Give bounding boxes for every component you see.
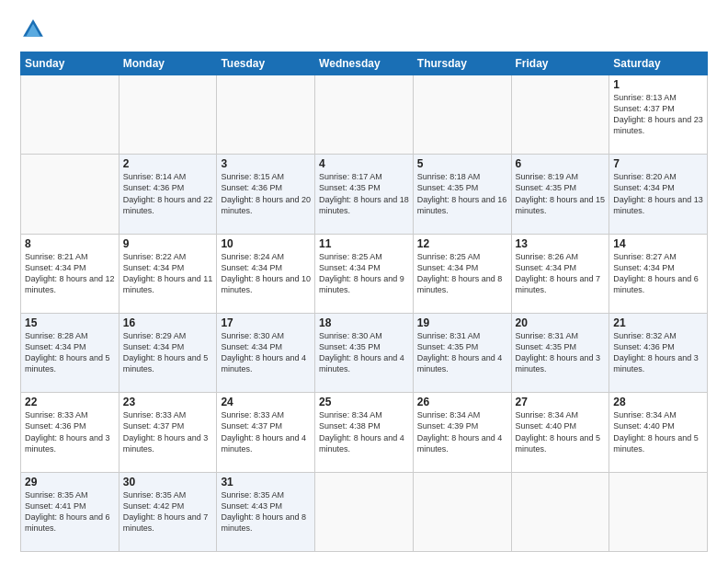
calendar-cell: 3Sunrise: 8:15 AMSunset: 4:36 PMDaylight… [217,155,315,234]
calendar-cell: 19Sunrise: 8:31 AMSunset: 4:35 PMDayligh… [413,313,511,392]
day-info: Sunrise: 8:28 AMSunset: 4:34 PMDaylight:… [25,330,115,375]
day-number: 28 [613,396,703,408]
calendar-week-6: 29Sunrise: 8:35 AMSunset: 4:41 PMDayligh… [21,472,708,551]
day-info: Sunrise: 8:32 AMSunset: 4:36 PMDaylight:… [613,330,703,375]
calendar-cell: 5Sunrise: 8:18 AMSunset: 4:35 PMDaylight… [413,155,511,234]
calendar-cell: 25Sunrise: 8:34 AMSunset: 4:38 PMDayligh… [315,393,414,472]
calendar-cell: 22Sunrise: 8:33 AMSunset: 4:36 PMDayligh… [21,393,119,472]
calendar-cell: 26Sunrise: 8:34 AMSunset: 4:39 PMDayligh… [413,393,511,472]
calendar-cell: 27Sunrise: 8:34 AMSunset: 4:40 PMDayligh… [511,393,609,472]
calendar-week-2: 2Sunrise: 8:14 AMSunset: 4:36 PMDaylight… [21,155,708,234]
day-info: Sunrise: 8:13 AMSunset: 4:37 PMDaylight:… [613,92,703,137]
calendar-cell [217,75,315,155]
calendar-cell: 1Sunrise: 8:13 AMSunset: 4:37 PMDaylight… [609,75,708,155]
day-number: 24 [221,396,311,408]
day-number: 8 [25,237,115,250]
col-header-wednesday: Wednesday [315,52,414,75]
day-info: Sunrise: 8:34 AMSunset: 4:39 PMDaylight:… [417,409,507,454]
logo [20,17,50,42]
calendar-cell: 28Sunrise: 8:34 AMSunset: 4:40 PMDayligh… [609,393,708,472]
col-header-friday: Friday [511,52,609,75]
day-number: 27 [516,396,606,408]
day-info: Sunrise: 8:18 AMSunset: 4:35 PMDaylight:… [417,171,507,216]
day-info: Sunrise: 8:34 AMSunset: 4:38 PMDaylight:… [319,409,409,454]
calendar-cell [315,472,414,551]
calendar-week-1: 1Sunrise: 8:13 AMSunset: 4:37 PMDaylight… [21,75,708,155]
calendar-cell [21,155,119,234]
day-number: 12 [417,237,507,250]
day-number: 20 [516,316,606,329]
day-info: Sunrise: 8:34 AMSunset: 4:40 PMDaylight:… [613,409,703,454]
day-info: Sunrise: 8:29 AMSunset: 4:34 PMDaylight:… [123,330,213,375]
day-number: 17 [221,316,311,329]
day-info: Sunrise: 8:14 AMSunset: 4:36 PMDaylight:… [123,171,213,216]
day-number: 21 [613,316,703,329]
day-number: 7 [613,157,703,170]
day-info: Sunrise: 8:33 AMSunset: 4:36 PMDaylight:… [25,409,115,454]
day-info: Sunrise: 8:24 AMSunset: 4:34 PMDaylight:… [221,251,311,296]
day-info: Sunrise: 8:15 AMSunset: 4:36 PMDaylight:… [221,171,311,216]
col-header-thursday: Thursday [413,52,511,75]
calendar-week-3: 8Sunrise: 8:21 AMSunset: 4:34 PMDaylight… [21,234,708,313]
day-info: Sunrise: 8:35 AMSunset: 4:41 PMDaylight:… [25,489,115,534]
calendar-cell: 13Sunrise: 8:26 AMSunset: 4:34 PMDayligh… [511,234,609,313]
day-number: 31 [221,476,311,488]
day-info: Sunrise: 8:33 AMSunset: 4:37 PMDaylight:… [221,409,311,454]
calendar-cell: 14Sunrise: 8:27 AMSunset: 4:34 PMDayligh… [609,234,708,313]
day-number: 26 [417,396,507,408]
day-info: Sunrise: 8:25 AMSunset: 4:34 PMDaylight:… [417,251,507,296]
calendar-cell: 21Sunrise: 8:32 AMSunset: 4:36 PMDayligh… [609,313,708,392]
day-number: 29 [25,476,115,488]
calendar-cell [511,75,609,155]
day-info: Sunrise: 8:19 AMSunset: 4:35 PMDaylight:… [516,171,606,216]
day-info: Sunrise: 8:20 AMSunset: 4:34 PMDaylight:… [613,171,703,216]
day-info: Sunrise: 8:21 AMSunset: 4:34 PMDaylight:… [25,251,115,296]
day-number: 9 [123,237,213,250]
page: SundayMondayTuesdayWednesdayThursdayFrid… [0,0,728,563]
day-info: Sunrise: 8:26 AMSunset: 4:34 PMDaylight:… [516,251,606,296]
calendar-week-5: 22Sunrise: 8:33 AMSunset: 4:36 PMDayligh… [21,393,708,472]
calendar-cell: 24Sunrise: 8:33 AMSunset: 4:37 PMDayligh… [217,393,315,472]
day-number: 19 [417,316,507,329]
calendar-cell: 17Sunrise: 8:30 AMSunset: 4:34 PMDayligh… [217,313,315,392]
day-info: Sunrise: 8:17 AMSunset: 4:35 PMDaylight:… [319,171,409,216]
day-number: 1 [613,78,703,91]
calendar-cell: 31Sunrise: 8:35 AMSunset: 4:43 PMDayligh… [217,472,315,551]
calendar-cell: 9Sunrise: 8:22 AMSunset: 4:34 PMDaylight… [119,234,217,313]
calendar-cell: 8Sunrise: 8:21 AMSunset: 4:34 PMDaylight… [21,234,119,313]
calendar-cell: 18Sunrise: 8:30 AMSunset: 4:35 PMDayligh… [315,313,414,392]
calendar-cell: 7Sunrise: 8:20 AMSunset: 4:34 PMDaylight… [609,155,708,234]
day-info: Sunrise: 8:22 AMSunset: 4:34 PMDaylight:… [123,251,213,296]
calendar-cell: 12Sunrise: 8:25 AMSunset: 4:34 PMDayligh… [413,234,511,313]
day-number: 14 [613,237,703,250]
day-number: 11 [319,237,409,250]
calendar-cell [315,75,414,155]
calendar: SundayMondayTuesdayWednesdayThursdayFrid… [20,52,708,552]
calendar-cell [511,472,609,551]
calendar-week-4: 15Sunrise: 8:28 AMSunset: 4:34 PMDayligh… [21,313,708,392]
calendar-cell: 11Sunrise: 8:25 AMSunset: 4:34 PMDayligh… [315,234,414,313]
day-number: 22 [25,396,115,408]
calendar-cell [413,472,511,551]
calendar-cell: 4Sunrise: 8:17 AMSunset: 4:35 PMDaylight… [315,155,414,234]
calendar-cell: 16Sunrise: 8:29 AMSunset: 4:34 PMDayligh… [119,313,217,392]
day-info: Sunrise: 8:30 AMSunset: 4:34 PMDaylight:… [221,330,311,375]
day-number: 4 [319,157,409,170]
day-number: 15 [25,316,115,329]
day-number: 3 [221,157,311,170]
day-info: Sunrise: 8:25 AMSunset: 4:34 PMDaylight:… [319,251,409,296]
day-number: 30 [123,476,213,488]
day-info: Sunrise: 8:33 AMSunset: 4:37 PMDaylight:… [123,409,213,454]
day-info: Sunrise: 8:30 AMSunset: 4:35 PMDaylight:… [319,330,409,375]
col-header-tuesday: Tuesday [217,52,315,75]
header [20,17,708,42]
day-number: 2 [123,157,213,170]
day-info: Sunrise: 8:31 AMSunset: 4:35 PMDaylight:… [417,330,507,375]
calendar-cell [21,75,119,155]
day-number: 6 [516,157,606,170]
day-info: Sunrise: 8:31 AMSunset: 4:35 PMDaylight:… [516,330,606,375]
day-info: Sunrise: 8:34 AMSunset: 4:40 PMDaylight:… [516,409,606,454]
day-number: 16 [123,316,213,329]
day-number: 23 [123,396,213,408]
day-number: 18 [319,316,409,329]
